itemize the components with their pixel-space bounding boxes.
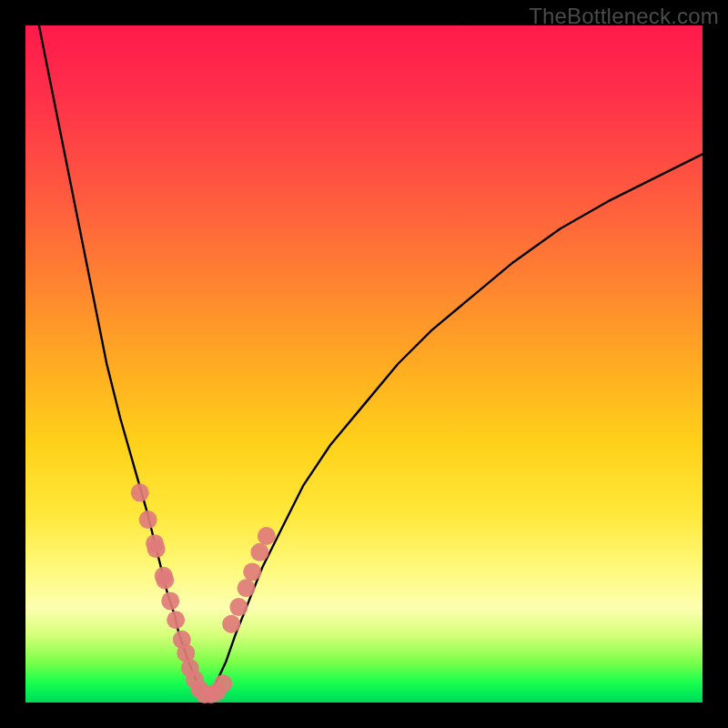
scatter-point bbox=[222, 615, 240, 633]
scatter-point bbox=[238, 579, 256, 597]
scatter-point bbox=[243, 562, 261, 581]
scatter-point bbox=[258, 527, 276, 545]
curve-path bbox=[207, 154, 703, 697]
scatter-point bbox=[139, 511, 157, 529]
line-series-layer bbox=[39, 25, 703, 697]
curve-layer bbox=[25, 25, 703, 703]
scatter-point bbox=[156, 571, 174, 589]
scatter-point bbox=[161, 592, 179, 610]
scatter-point bbox=[250, 543, 268, 561]
scatter-point bbox=[214, 674, 232, 693]
scatter-point bbox=[167, 611, 185, 629]
plot-area bbox=[25, 25, 703, 703]
scatter-point bbox=[147, 540, 166, 558]
scatter-point bbox=[229, 598, 248, 616]
scatter-point bbox=[131, 483, 149, 501]
chart-frame: TheBottleneck.com bbox=[0, 0, 728, 728]
scatter-series-layer bbox=[131, 483, 276, 703]
curve-path bbox=[39, 25, 207, 697]
